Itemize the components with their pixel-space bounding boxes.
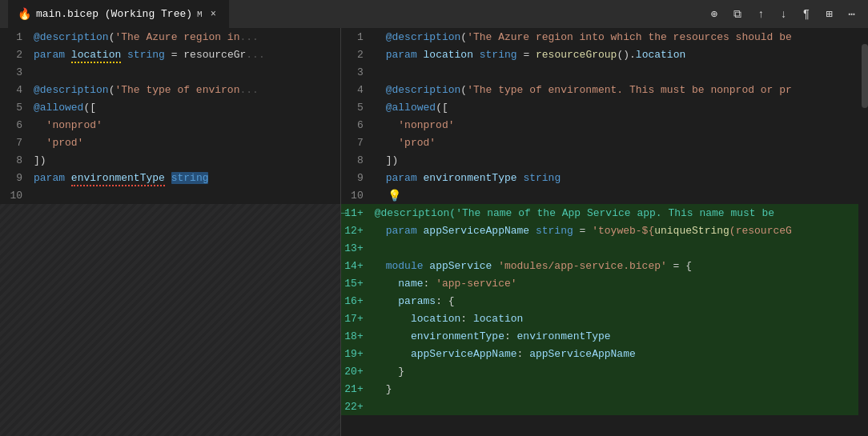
table-row: 19+ appServiceAppName: appServiceAppName bbox=[341, 345, 868, 362]
lightbulb-icon[interactable]: 💡 bbox=[386, 189, 401, 202]
right-code-area[interactable]: 1 @description('The Azure region into wh… bbox=[341, 28, 868, 436]
line-content: ]) bbox=[384, 154, 399, 166]
table-row: 8 ]) bbox=[0, 151, 340, 169]
table-row: 15+ name: 'app-service' bbox=[341, 274, 868, 292]
line-content: param location string = resourceGroup().… bbox=[384, 49, 686, 61]
table-row: 4 @description('The type of environment.… bbox=[341, 81, 868, 98]
line-number: 3 bbox=[0, 66, 32, 78]
copy-icon[interactable]: ⧉ bbox=[729, 5, 746, 24]
diff-indicator bbox=[373, 278, 384, 290]
diff-indicator bbox=[373, 190, 384, 202]
diff-indicator bbox=[373, 348, 384, 360]
diff-indicator bbox=[373, 66, 384, 78]
diff-indicator bbox=[373, 242, 384, 254]
diff-indicator bbox=[373, 383, 384, 395]
table-row: 16+ params: { bbox=[341, 292, 868, 310]
paragraph-icon[interactable]: ¶ bbox=[798, 5, 814, 24]
table-row: 7 'prod' bbox=[341, 134, 868, 151]
tab-close-button[interactable]: × bbox=[207, 7, 219, 22]
table-row: 5 @allowed([ bbox=[341, 98, 868, 116]
line-content: module appService 'modules/app-service.b… bbox=[384, 260, 692, 272]
table-row: 9 param environmentType string bbox=[0, 169, 340, 186]
line-content: param location string = resourceGr... bbox=[32, 49, 265, 61]
line-content bbox=[384, 66, 392, 78]
line-content: @allowed([ bbox=[32, 102, 96, 114]
tab-area: 🔥 main.bicep (Working Tree) M × bbox=[8, 0, 229, 28]
table-row: 3 bbox=[341, 63, 868, 81]
line-number: 1 bbox=[0, 31, 32, 43]
line-number: 6 bbox=[0, 119, 32, 131]
line-number: 8 bbox=[341, 154, 373, 166]
line-number: 5 bbox=[0, 102, 32, 114]
table-row: 2 param location string = resourceGr... bbox=[0, 46, 340, 63]
line-number: 10 bbox=[0, 190, 32, 202]
table-row: 3 bbox=[0, 63, 340, 81]
right-editor-pane: 1 @description('The Azure region into wh… bbox=[341, 28, 868, 436]
line-number: 18+ bbox=[341, 330, 373, 342]
line-content bbox=[32, 190, 40, 202]
line-number: 9 bbox=[341, 172, 373, 184]
more-options-icon[interactable]: ⋯ bbox=[844, 4, 860, 24]
hashed-area bbox=[0, 204, 340, 436]
line-content: @description('The type of environment. T… bbox=[384, 84, 792, 96]
diff-indicator bbox=[373, 49, 384, 61]
diff-indicator bbox=[373, 84, 384, 96]
table-row: 1 @description('The Azure region into wh… bbox=[341, 28, 868, 46]
right-code-lines: 1 @description('The Azure region into wh… bbox=[341, 28, 868, 415]
diff-indicator bbox=[373, 31, 384, 43]
line-number: 4 bbox=[0, 84, 32, 96]
table-row: 5 @allowed([ bbox=[0, 98, 340, 116]
line-content: @description('The type of environ... bbox=[32, 84, 259, 96]
line-content: 'nonprod' bbox=[32, 119, 102, 131]
diff-indicator bbox=[373, 137, 384, 149]
diff-indicator bbox=[373, 154, 384, 166]
line-number: 6 bbox=[341, 119, 373, 131]
line-number: 19+ bbox=[341, 348, 373, 360]
line-number: 2 bbox=[341, 49, 373, 61]
diff-indicator bbox=[373, 172, 384, 184]
scrollbar-thumb[interactable] bbox=[862, 44, 868, 108]
table-row: 21+ } bbox=[341, 380, 868, 398]
line-number: 1 bbox=[341, 31, 373, 43]
diff-indicator bbox=[373, 330, 384, 342]
line-content: params: { bbox=[384, 295, 455, 307]
line-content bbox=[384, 401, 392, 413]
line-number: 10 bbox=[341, 190, 373, 202]
line-content bbox=[384, 242, 392, 254]
left-code-area[interactable]: 1 @description('The Azure region in... 2… bbox=[0, 28, 340, 436]
table-row: 7 'prod' bbox=[0, 134, 340, 151]
line-number: 21+ bbox=[341, 383, 373, 395]
line-content: 'prod' bbox=[32, 137, 83, 149]
line-number: 20+ bbox=[341, 366, 373, 378]
active-tab[interactable]: 🔥 main.bicep (Working Tree) M × bbox=[8, 0, 229, 28]
file-icon: 🔥 bbox=[18, 7, 31, 21]
tab-modified-indicator: M bbox=[197, 10, 203, 19]
diff-indicator bbox=[373, 119, 384, 131]
split-editor-icon[interactable]: ⊕ bbox=[705, 4, 721, 24]
arrow-up-icon[interactable]: ↑ bbox=[753, 5, 769, 24]
line-content: } bbox=[384, 383, 392, 395]
diff-arrow: → bbox=[341, 207, 352, 219]
titlebar: 🔥 main.bicep (Working Tree) M × ⊕ ⧉ ↑ ↓ … bbox=[0, 0, 868, 28]
table-row: 12+ param appServiceAppName string = 'to… bbox=[341, 222, 868, 239]
layout-icon[interactable]: ⊞ bbox=[821, 4, 837, 24]
arrow-down-icon[interactable]: ↓ bbox=[775, 5, 791, 24]
table-row: 9 param environmentType string bbox=[341, 169, 868, 186]
line-content: @description('The Azure region into whic… bbox=[384, 31, 792, 43]
line-content: @description('The Azure region in... bbox=[32, 31, 259, 43]
vertical-scrollbar[interactable] bbox=[858, 28, 868, 436]
table-row: 13+ bbox=[341, 239, 868, 257]
table-row: 22+ bbox=[341, 398, 868, 415]
line-number: 5 bbox=[341, 102, 373, 114]
table-row: 18+ environmentType: environmentType bbox=[341, 327, 868, 345]
table-row: 14+ module appService 'modules/app-servi… bbox=[341, 257, 868, 274]
line-content: param environmentType string bbox=[32, 172, 208, 184]
line-number: 2 bbox=[0, 49, 32, 61]
line-content: appServiceAppName: appServiceAppName bbox=[384, 348, 636, 360]
titlebar-actions: ⊕ ⧉ ↑ ↓ ¶ ⊞ ⋯ bbox=[705, 4, 860, 24]
line-content: 'nonprod' bbox=[384, 119, 455, 131]
line-content: @allowed([ bbox=[384, 102, 448, 114]
line-content: param environmentType string bbox=[384, 172, 561, 184]
table-row: 6 'nonprod' bbox=[341, 116, 868, 134]
table-row: 4 @description('The type of environ... bbox=[0, 81, 340, 98]
